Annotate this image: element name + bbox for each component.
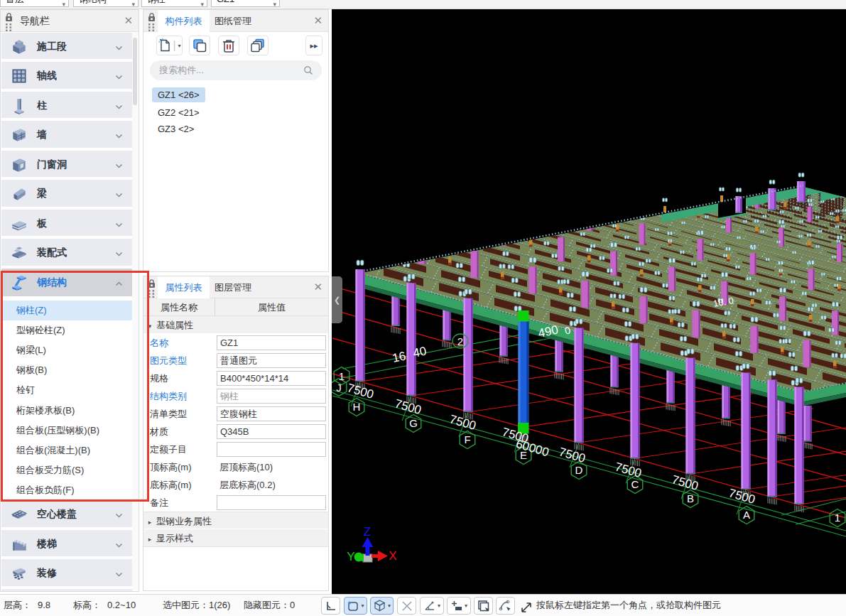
svg-text:B: B (687, 492, 694, 504)
svg-text:G: G (409, 417, 418, 429)
svg-text:H: H (353, 401, 361, 413)
svg-text:2: 2 (457, 335, 463, 347)
svg-text:16: 16 (391, 349, 407, 365)
svg-text:D: D (575, 464, 583, 476)
svg-text:X: X (389, 549, 396, 563)
svg-text:40: 40 (412, 344, 428, 360)
svg-text:1: 1 (835, 512, 840, 524)
svg-text:Y: Y (347, 550, 354, 563)
svg-text:1: 1 (339, 370, 345, 382)
svg-text:Z: Z (364, 525, 371, 539)
svg-text:F: F (464, 433, 470, 445)
svg-text:C: C (631, 478, 639, 490)
svg-text:A: A (743, 509, 750, 521)
svg-text:J: J (336, 382, 342, 394)
